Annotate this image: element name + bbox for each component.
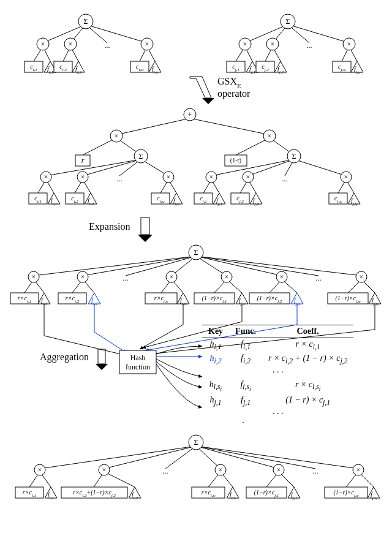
expansion-tree: Σ × r×ci,1 fi,1 × r×ci,2 fi,2 ... — [10, 245, 381, 306]
svg-text:×: × — [243, 40, 247, 48]
svg-text:×: × — [356, 466, 361, 474]
svg-text:×: × — [280, 273, 284, 281]
svg-text:×: × — [268, 132, 272, 140]
svg-text:...: ... — [282, 175, 288, 183]
diagram-svg: Σ × ci,1 fi,1 × ci,2 fi,2 ... × — [6, 6, 386, 527]
svg-text:×: × — [41, 40, 45, 48]
svg-text:...: ... — [313, 467, 318, 475]
final-tree: Σ × r×ci,1 fi,1 × r×ci,2+(1−r)×cj,2 fi,2… — [15, 435, 380, 501]
svg-text:+: + — [188, 110, 192, 119]
svg-line-28 — [245, 25, 288, 43]
svg-line-62 — [83, 138, 116, 155]
svg-rect-131 — [141, 217, 149, 235]
svg-line-69 — [83, 159, 141, 176]
svg-line-102 — [211, 159, 294, 176]
svg-text:Hash: Hash — [130, 353, 146, 362]
svg-text:×: × — [246, 173, 251, 181]
svg-text:r: r — [81, 156, 85, 165]
svg-text:...: ... — [316, 274, 322, 282]
svg-line-193 — [165, 446, 196, 469]
svg-text:×: × — [170, 273, 174, 281]
svg-text:operator: operator — [217, 88, 251, 99]
svg-text:Σ: Σ — [84, 17, 88, 26]
svg-text:×: × — [102, 466, 107, 474]
svg-text:×: × — [115, 132, 119, 140]
svg-text:(1-r): (1-r) — [230, 157, 241, 164]
svg-text:×: × — [81, 273, 85, 281]
svg-line-0 — [43, 25, 86, 43]
gsx-arrow: GSXE operator — [190, 76, 251, 104]
svg-line-96 — [236, 138, 270, 155]
svg-line-196 — [196, 446, 315, 469]
svg-line-138 — [196, 256, 318, 276]
svg-line-3 — [86, 25, 147, 43]
svg-line-137 — [196, 256, 282, 276]
svg-text:×: × — [277, 466, 281, 474]
expansion-arrow: Expansion — [89, 217, 153, 242]
svg-text:×: × — [360, 273, 364, 281]
svg-text:×: × — [81, 173, 85, 181]
svg-text:...: ... — [105, 41, 110, 50]
svg-line-59 — [190, 118, 270, 135]
svg-text:×: × — [167, 173, 171, 181]
svg-text:...: ... — [307, 41, 312, 50]
svg-text:×: × — [44, 173, 48, 181]
svg-line-208 — [104, 472, 135, 487]
svg-line-105 — [294, 159, 346, 176]
svg-text:...: ... — [163, 467, 168, 475]
svg-text:×: × — [347, 40, 352, 48]
svg-text:×: × — [209, 173, 214, 181]
aggregation-arrow: Aggregation — [40, 349, 108, 370]
hash-to-table — [156, 346, 202, 407]
svg-text:GSXE: GSXE — [217, 76, 241, 89]
svg-text:Aggregation: Aggregation — [40, 352, 89, 363]
svg-text:Σ: Σ — [139, 152, 143, 161]
svg-text:×: × — [69, 40, 73, 48]
svg-line-133 — [83, 256, 196, 276]
svg-text:×: × — [344, 173, 349, 181]
svg-text:×: × — [271, 40, 275, 48]
top-left-tree: Σ × ci,1 fi,1 × ci,2 fi,2 ... × — [24, 14, 161, 75]
svg-text:Σ: Σ — [286, 17, 290, 26]
svg-text:×: × — [38, 466, 42, 474]
hash-table: KeyFunc.Coeff. hi,1fi,1r × ci,1 hi,2fi,2… — [202, 325, 386, 423]
svg-text:function: function — [126, 363, 150, 371]
mid-tree: + × r Σ × ci,1 fi,1 × — [29, 108, 360, 206]
svg-text:×: × — [145, 40, 149, 48]
svg-text:×: × — [219, 466, 223, 474]
svg-text:...: ... — [117, 175, 123, 183]
svg-text:×: × — [225, 273, 229, 281]
hash-function-box: Hash function — [119, 350, 156, 374]
svg-line-103 — [248, 159, 294, 176]
top-right-tree: Σ × cj,1 fj,1 × cj,2 fj,2 ... × — [227, 14, 363, 75]
svg-text:×: × — [32, 273, 36, 281]
svg-text:...: ... — [123, 274, 129, 282]
svg-line-58 — [116, 118, 190, 135]
svg-text:Σ: Σ — [292, 152, 296, 161]
svg-line-68 — [46, 159, 141, 176]
svg-text:Σ: Σ — [194, 248, 198, 257]
svg-line-31 — [288, 25, 349, 43]
svg-rect-187 — [98, 349, 105, 364]
svg-line-134 — [126, 256, 196, 276]
svg-text:Σ: Σ — [194, 438, 198, 447]
svg-text:Expansion: Expansion — [89, 221, 130, 232]
